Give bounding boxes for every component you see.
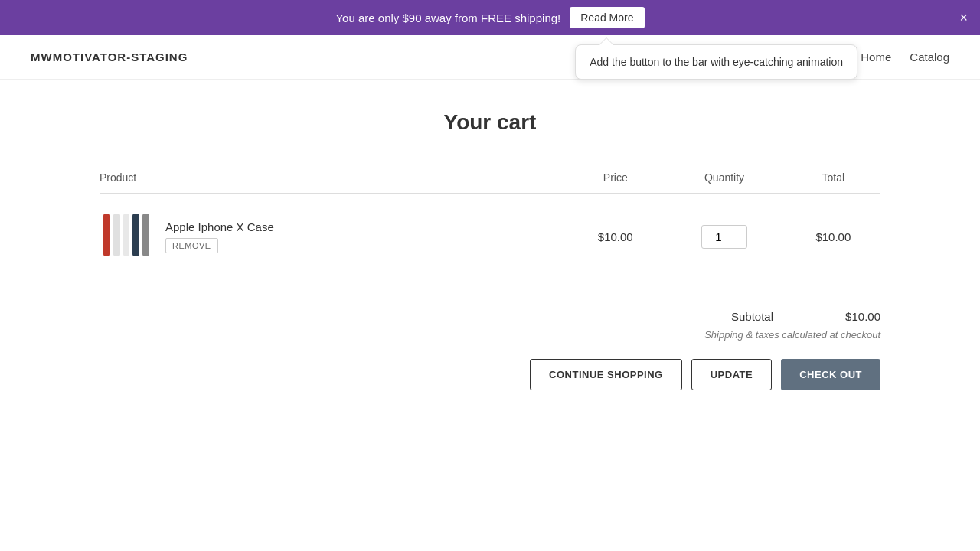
col-total: Total — [786, 165, 880, 194]
item-quantity-cell — [662, 194, 786, 279]
product-thumbnail — [103, 214, 149, 259]
continue-shopping-button[interactable]: CONTINUE SHOPPING — [530, 359, 682, 390]
cart-actions: CONTINUE SHOPPING UPDATE CHECK OUT — [100, 359, 880, 390]
item-total: $10.00 — [786, 194, 880, 279]
tooltip-bubble: Add the button to the bar with eye-catch… — [575, 44, 858, 80]
subtotal-row: Subtotal $10.00 — [100, 310, 880, 323]
main-nav: Home Catalog — [861, 51, 949, 64]
shipping-note: Shipping & taxes calculated at checkout — [100, 329, 880, 341]
nav-catalog[interactable]: Catalog — [910, 51, 949, 64]
banner-close-button[interactable]: × — [959, 11, 968, 24]
product-cell: Apple Iphone X Case REMOVE — [100, 210, 568, 263]
checkout-button[interactable]: CHECK OUT — [781, 359, 880, 390]
quantity-input[interactable] — [701, 225, 747, 249]
tooltip-wrapper: Add the button to the bar with eye-catch… — [575, 44, 858, 80]
banner-message: You are only $90 away from FREE shipping… — [335, 11, 560, 24]
subtotal-value: $10.00 — [819, 310, 880, 323]
col-price: Price — [568, 165, 662, 194]
cart-table: Product Price Quantity Total — [100, 165, 880, 279]
read-more-button[interactable]: Read More — [570, 7, 644, 28]
table-row: Apple Iphone X Case REMOVE $10.00 $10.00 — [100, 194, 880, 279]
tooltip-text: Add the button to the bar with eye-catch… — [590, 56, 843, 68]
item-price: $10.00 — [568, 194, 662, 279]
update-button[interactable]: UPDATE — [691, 359, 772, 390]
site-logo[interactable]: MWMOTIVATOR-STAGING — [31, 51, 188, 64]
col-quantity: Quantity — [662, 165, 786, 194]
main-content: Your cart Product Price Quantity Total — [69, 80, 911, 421]
subtotal-label: Subtotal — [731, 310, 773, 323]
top-banner: You are only $90 away from FREE shipping… — [0, 0, 980, 35]
product-info: Apple Iphone X Case REMOVE — [165, 220, 274, 253]
product-image — [100, 210, 153, 263]
col-product: Product — [100, 165, 568, 194]
nav-home[interactable]: Home — [861, 51, 891, 64]
cart-summary: Subtotal $10.00 Shipping & taxes calcula… — [100, 310, 880, 390]
product-name: Apple Iphone X Case — [165, 220, 274, 233]
remove-button[interactable]: REMOVE — [165, 238, 218, 253]
page-title: Your cart — [100, 110, 880, 135]
